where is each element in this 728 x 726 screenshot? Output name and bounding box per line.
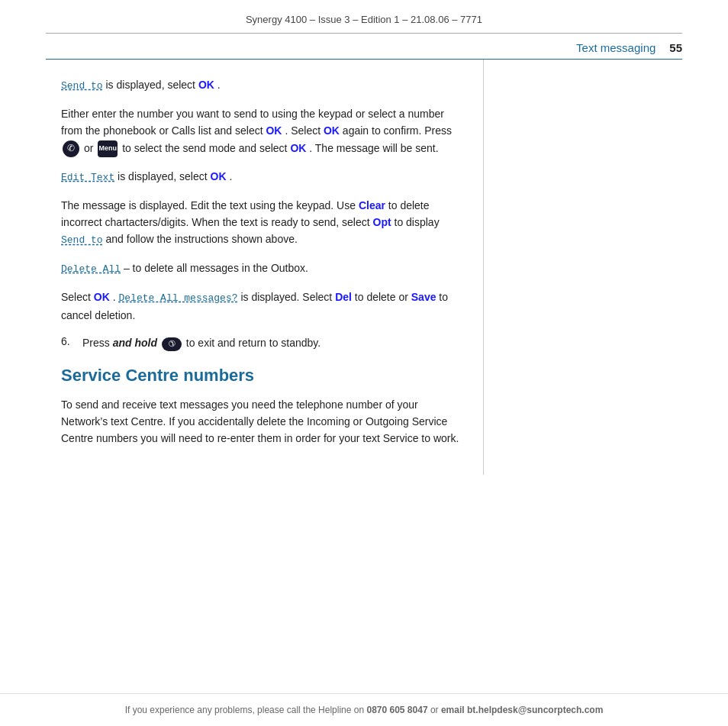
section-heading: Service Centre numbers: [61, 366, 460, 386]
footer-phone: 0870 605 8047: [366, 705, 427, 715]
page-number: 55: [669, 41, 682, 54]
bold-ok-3: OK: [324, 124, 340, 137]
bold-ok-4: OK: [290, 142, 306, 154]
paragraph-message-displayed: The message is displayed. Edit the text …: [61, 197, 460, 250]
paragraph-select-ok: Select OK . Delete All messages? is disp…: [61, 289, 460, 324]
paragraph-delete-all: Delete All – to delete all messages in t…: [61, 260, 460, 278]
numbered-item-6: 6. Press and hold to exit and return to …: [61, 334, 460, 351]
paragraph-edit-text: Edit Text is displayed, select OK .: [61, 168, 460, 186]
main-column: Send to is displayed, select OK . Either…: [46, 60, 484, 475]
content-area: Send to is displayed, select OK . Either…: [0, 60, 728, 475]
bold-clear: Clear: [359, 199, 385, 211]
menu-down-icon: Menu: [98, 140, 118, 157]
header-row: Text messaging 55: [0, 34, 728, 59]
footer-email-label: email: [441, 705, 467, 715]
item-number: 6.: [61, 334, 82, 347]
mono-delete-all: Delete All: [61, 263, 121, 275]
footer-text-mid: or: [430, 705, 441, 715]
end-call-icon: [162, 337, 182, 351]
bold-ok-2: OK: [266, 124, 282, 137]
section-title: Text messaging: [576, 41, 656, 54]
right-column: [484, 60, 682, 475]
mono-edit-text: Edit Text: [61, 172, 114, 183]
bold-opt: Opt: [373, 216, 391, 228]
bold-ok-6: OK: [94, 291, 110, 303]
paragraph-enter-number: Either enter the number you want to send…: [61, 105, 460, 157]
service-centre-section: Service Centre numbers To send and recei…: [61, 366, 460, 447]
bold-ok-5: OK: [211, 170, 227, 182]
mono-send-to: Send to: [61, 80, 103, 92]
footer-text-before: If you experience any problems, please c…: [125, 705, 367, 715]
mono-delete-all-messages: Delete All messages?: [118, 292, 237, 304]
footer: If you experience any problems, please c…: [0, 693, 728, 726]
section-body: To send and receive text messages you ne…: [61, 396, 460, 447]
bold-del: Del: [335, 291, 352, 303]
italic-and-hold: and hold: [113, 337, 157, 349]
footer-email: bt.helpdesk@suncorptech.com: [467, 705, 603, 715]
paragraph-send-to: Send to is displayed, select OK .: [61, 76, 460, 95]
bold-ok-1: OK: [198, 79, 214, 91]
bold-save: Save: [411, 291, 436, 303]
header-title: Synergy 4100 – Issue 3 – Edition 1 – 21.…: [246, 14, 482, 25]
menu-up-icon: [63, 140, 79, 157]
mono-send-to-2: Send to: [61, 234, 103, 246]
page-header: Synergy 4100 – Issue 3 – Edition 1 – 21.…: [0, 0, 728, 33]
item-text: Press and hold to exit and return to sta…: [82, 334, 460, 351]
